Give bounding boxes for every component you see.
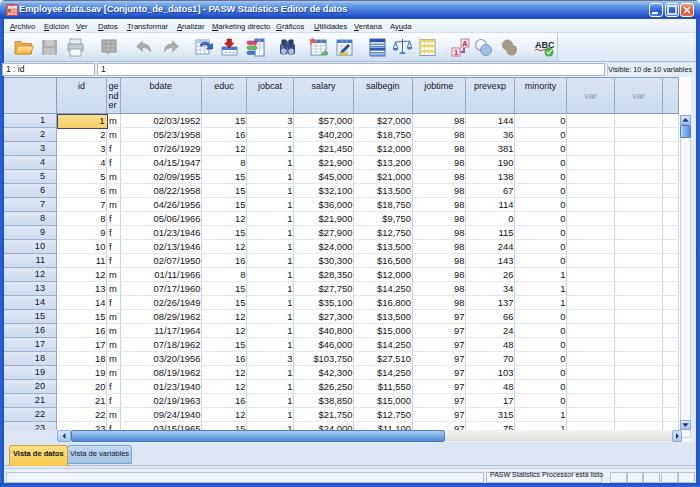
svg-text:1: 1 [453,48,457,57]
svg-text:ABC: ABC [535,40,555,50]
svg-text:A: A [462,39,468,48]
